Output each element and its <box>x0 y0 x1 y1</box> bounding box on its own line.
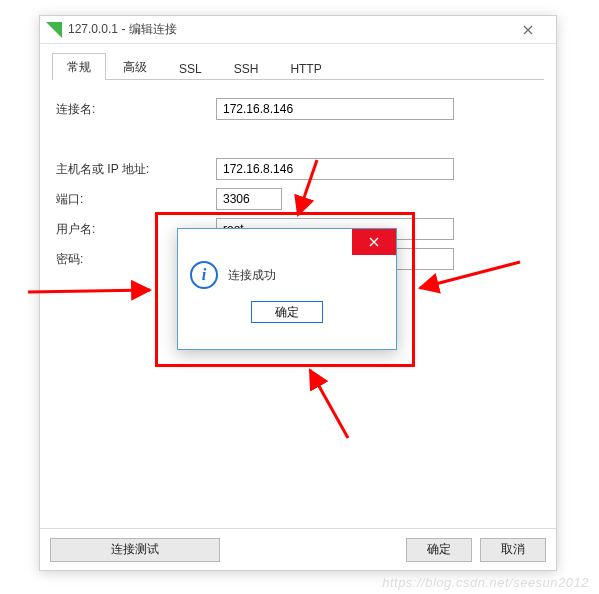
tab-general[interactable]: 常规 <box>52 53 106 80</box>
window-title: 127.0.0.1 - 编辑连接 <box>68 21 177 38</box>
watermark: https://blog.csdn.net/seesun2012 <box>382 575 589 590</box>
dialog-ok-button[interactable]: 确定 <box>251 301 323 323</box>
cancel-button[interactable]: 取消 <box>480 538 546 562</box>
test-connection-button[interactable]: 连接测试 <box>50 538 220 562</box>
port-input[interactable] <box>216 188 282 210</box>
app-icon <box>46 22 62 38</box>
dialog-titlebar[interactable] <box>178 229 396 255</box>
label-port: 端口: <box>56 191 216 208</box>
dialog-message: 连接成功 <box>228 267 276 284</box>
tab-ssh[interactable]: SSH <box>219 56 274 80</box>
label-connection-name: 连接名: <box>56 101 216 118</box>
tab-http[interactable]: HTTP <box>275 56 336 80</box>
close-icon <box>523 25 533 35</box>
footer: 连接测试 确定 取消 <box>40 528 556 570</box>
window-close-button[interactable] <box>508 18 548 42</box>
dialog-close-button[interactable] <box>352 229 396 255</box>
connection-success-dialog: i 连接成功 确定 <box>177 228 397 350</box>
ok-button[interactable]: 确定 <box>406 538 472 562</box>
tab-ssl[interactable]: SSL <box>164 56 217 80</box>
info-icon: i <box>190 261 218 289</box>
label-host: 主机名或 IP 地址: <box>56 161 216 178</box>
titlebar[interactable]: 127.0.0.1 - 编辑连接 <box>40 16 556 44</box>
close-icon <box>369 237 379 247</box>
tab-advanced[interactable]: 高级 <box>108 53 162 80</box>
host-input[interactable] <box>216 158 454 180</box>
tabstrip: 常规 高级 SSL SSH HTTP <box>52 54 544 80</box>
connection-name-input[interactable] <box>216 98 454 120</box>
